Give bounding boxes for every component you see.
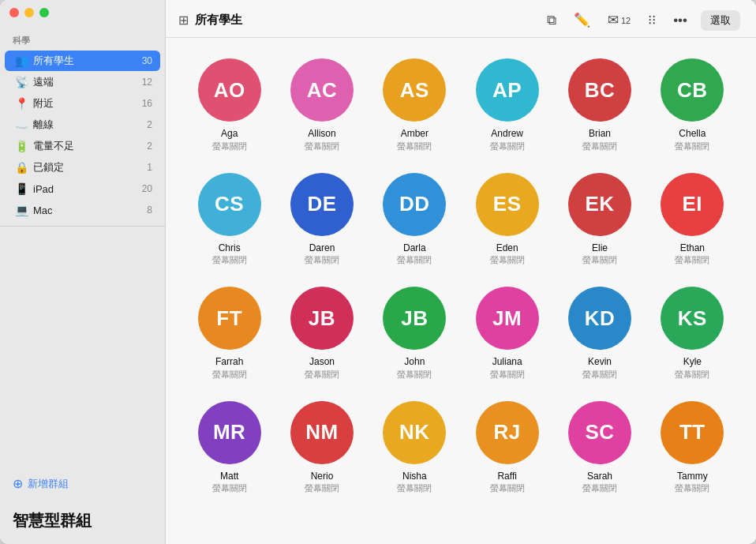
student-status: 螢幕關閉	[212, 369, 247, 381]
student-card[interactable]: CS Chris 螢幕關閉	[185, 165, 274, 273]
student-card[interactable]: AC Allison 螢幕關閉	[277, 51, 366, 159]
student-card[interactable]: MR Matt 螢幕關閉	[185, 393, 274, 501]
student-status: 螢幕關閉	[582, 482, 617, 494]
sidebar-label-locked: 已鎖定	[33, 160, 147, 174]
student-card[interactable]: JB John 螢幕關閉	[370, 279, 459, 387]
student-name: Chris	[219, 242, 241, 255]
student-name: Andrew	[491, 128, 523, 141]
student-card[interactable]: DD Darla 螢幕關閉	[370, 165, 459, 273]
sidebar-label-remote: 遠端	[33, 75, 142, 89]
sidebar-item-locked[interactable]: 🔒 已鎖定 1	[5, 157, 160, 178]
sidebar-count-locked: 1	[147, 162, 152, 173]
student-card[interactable]: AO Aga 螢幕關閉	[185, 51, 274, 159]
student-avatar: DE	[290, 173, 354, 236]
select-button[interactable]: 選取	[701, 10, 740, 31]
student-avatar: MR	[198, 401, 261, 464]
student-status: 螢幕關閉	[397, 482, 432, 494]
close-button[interactable]	[9, 8, 19, 17]
student-card[interactable]: EI Ethan 螢幕關閉	[648, 165, 737, 273]
student-card[interactable]: ES Eden 螢幕關閉	[462, 165, 552, 273]
student-name: Elie	[592, 242, 608, 255]
more-button[interactable]: •••	[669, 10, 691, 31]
group-icon: ⁝⁝	[648, 12, 656, 28]
student-card[interactable]: KD Kevin 螢幕關閉	[555, 279, 644, 387]
sidebar-item-ipad[interactable]: 📱 iPad 20	[5, 178, 160, 199]
pen-button[interactable]: ✏️	[570, 9, 594, 31]
main-header: ⊞ 所有學生 ⧉ ✏️ ✉ 12 ⁝⁝ •••	[166, 0, 756, 38]
sidebar-icon-offline: ☁️	[14, 118, 28, 132]
student-card[interactable]: NK Nisha 螢幕關閉	[370, 393, 459, 501]
sidebar-count-mac: 8	[147, 204, 152, 216]
student-avatar: EK	[568, 173, 631, 236]
maximize-button[interactable]	[39, 8, 49, 17]
sidebar-item-mac[interactable]: 💻 Mac 8	[5, 200, 160, 220]
student-card[interactable]: AS Amber 螢幕關閉	[370, 51, 459, 159]
plus-icon: ⊕	[13, 476, 23, 491]
student-card[interactable]: KS Kyle 螢幕關閉	[648, 279, 737, 387]
student-avatar: AS	[383, 58, 446, 122]
student-card[interactable]: TT Tammy 螢幕關閉	[648, 393, 737, 501]
student-card[interactable]: JB Jason 螢幕關閉	[277, 279, 366, 387]
main-content: ⊞ 所有學生 ⧉ ✏️ ✉ 12 ⁝⁝ •••	[166, 0, 756, 544]
student-card[interactable]: BC Brian 螢幕關閉	[555, 51, 644, 159]
sidebar-item-nearby[interactable]: 📍 附近 16	[5, 93, 160, 114]
student-name: Nisha	[402, 471, 427, 483]
titlebar	[9, 8, 49, 17]
student-name: Matt	[220, 471, 238, 483]
sidebar-divider	[0, 226, 165, 227]
student-avatar: JB	[290, 287, 354, 350]
layers-icon: ⧉	[547, 13, 556, 28]
sidebar-icon-ipad: 📱	[14, 182, 28, 196]
sidebar-label-offline: 離線	[33, 118, 147, 132]
student-card[interactable]: CB Chella 螢幕關閉	[648, 51, 737, 159]
student-name: John	[404, 356, 425, 369]
pen-icon: ✏️	[574, 12, 590, 28]
student-status: 螢幕關閉	[675, 254, 709, 266]
student-name: Kevin	[588, 356, 612, 369]
student-card[interactable]: JM Juliana 螢幕關閉	[462, 279, 552, 387]
student-avatar: DD	[383, 173, 446, 236]
student-card[interactable]: FT Farrah 螢幕關閉	[185, 279, 274, 387]
student-card[interactable]: SC Sarah 螢幕關閉	[555, 393, 644, 501]
sidebar-icon-mac: 💻	[14, 203, 28, 217]
sidebar-item-remote[interactable]: 📡 遠端 12	[5, 72, 160, 92]
sidebar-label-low-battery: 電量不足	[33, 139, 147, 153]
sidebar-item-all-students[interactable]: 👥 所有學生 30	[5, 51, 160, 71]
sidebar-label-all-students: 所有學生	[33, 54, 142, 68]
minimize-button[interactable]	[24, 8, 34, 17]
student-card[interactable]: RJ Raffi 螢幕關閉	[462, 393, 552, 501]
student-card[interactable]: DE Daren 螢幕關閉	[277, 165, 366, 273]
sidebar-count-ipad: 20	[142, 183, 152, 194]
group-button[interactable]: ⁝⁝	[644, 9, 660, 31]
layers-button[interactable]: ⧉	[543, 10, 560, 31]
sidebar-label-mac: Mac	[33, 204, 147, 216]
student-card[interactable]: EK Elie 螢幕關閉	[555, 165, 644, 273]
sidebar-count-all-students: 30	[142, 55, 152, 66]
sidebar-count-low-battery: 2	[147, 141, 152, 152]
student-status: 螢幕關閉	[397, 254, 432, 266]
students-grid: AO Aga 螢幕關閉 AC Allison 螢幕關閉 AS Amber 螢幕關…	[166, 38, 756, 544]
student-status: 螢幕關閉	[490, 141, 525, 152]
student-card[interactable]: AP Andrew 螢幕關閉	[462, 51, 552, 159]
student-name: Allison	[308, 128, 335, 141]
message-button[interactable]: ✉ 12	[604, 9, 634, 31]
sidebar-item-low-battery[interactable]: 🔋 電量不足 2	[5, 136, 160, 156]
student-avatar: CB	[661, 58, 724, 122]
student-avatar: JB	[383, 287, 446, 350]
student-avatar: AC	[290, 58, 354, 122]
sidebar-icon-locked: 🔒	[14, 160, 28, 174]
student-avatar: AO	[198, 58, 261, 122]
student-avatar: CS	[198, 173, 261, 236]
student-avatar: AP	[476, 58, 539, 122]
student-name: Ethan	[680, 242, 705, 255]
student-status: 螢幕關閉	[582, 254, 617, 266]
student-name: Nerio	[311, 471, 334, 483]
student-name: Darla	[403, 242, 426, 255]
student-card[interactable]: NM Nerio 螢幕關閉	[277, 393, 366, 501]
sidebar-label-nearby: 附近	[33, 96, 142, 111]
add-group-button[interactable]: ⊕ 新增群組	[13, 476, 69, 491]
student-name: Amber	[401, 128, 429, 141]
sidebar-item-offline[interactable]: ☁️ 離線 2	[5, 114, 160, 135]
student-avatar: KS	[661, 287, 724, 350]
student-status: 螢幕關閉	[305, 254, 339, 266]
